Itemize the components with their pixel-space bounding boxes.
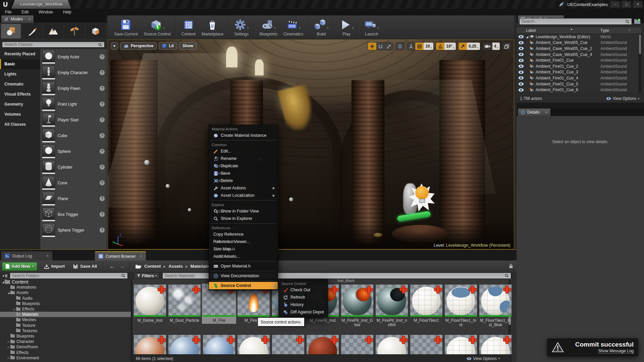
placeable-empty-actor[interactable]: Empty Actor? [40, 49, 107, 65]
placeable-cube[interactable]: Cube? [40, 128, 107, 143]
outliner-search-input[interactable]: Search... [519, 18, 632, 25]
menu-item-view-documentation[interactable]: ?View Documentation [209, 272, 278, 280]
chevron-down-icon[interactable]: ▾ [247, 26, 249, 31]
asset-tile-row2[interactable] [409, 334, 443, 354]
asset-tile-row2[interactable] [133, 334, 167, 354]
outliner-row-leveldesign-workflow-editor[interactable]: ◢Leveldesign_Workflow (Editor)World [517, 34, 638, 40]
level-tab[interactable]: Leveldesign_Workflow [11, 0, 71, 9]
lit-button[interactable]: Lit [159, 42, 177, 50]
collapse-sources-icon[interactable] [2, 274, 8, 278]
eye-icon[interactable] [518, 76, 524, 80]
close-icon[interactable]: ✕ [46, 254, 49, 258]
placeable-empty-pawn[interactable]: Empty Pawn? [40, 80, 107, 96]
help-icon[interactable]: ? [100, 228, 105, 233]
back-button[interactable]: ← [107, 263, 117, 269]
category-cinematic[interactable]: Cinematic [0, 79, 40, 89]
menu-item-source-control[interactable]: Source Control▶ [209, 282, 278, 289]
chevron-down-icon[interactable]: ▾ [163, 26, 164, 31]
chevron-down-icon[interactable]: ▾ [274, 26, 276, 31]
asset-tile-m-dust-particle[interactable]: M_Dust_Particle [167, 284, 202, 324]
category-geometry[interactable]: Geometry [0, 99, 40, 109]
menu-item-create-material-instance[interactable]: Create Material Instance [209, 132, 278, 139]
category-visual-effects[interactable]: Visual Effects [0, 89, 40, 99]
breadcrumb-content[interactable]: Content [144, 264, 161, 269]
close-button[interactable]: ✕ [634, 2, 642, 7]
asset-tile-row2[interactable] [167, 334, 202, 354]
search-classes-input[interactable]: Search Classes [2, 42, 105, 48]
mode-place-button[interactable] [1, 23, 21, 39]
asset-tile-row2[interactable] [375, 334, 409, 354]
help-icon[interactable]: ? [100, 70, 105, 75]
outliner-row-ambient-fire01-cue-5[interactable]: ◢Ambient_Fire01_Cue_5AmbientSound [517, 81, 638, 87]
tab-output-log[interactable]: Output Log ✕ [1, 251, 52, 260]
category-volumes[interactable]: Volumes [0, 109, 40, 119]
perspective-button[interactable]: Perspective [120, 42, 157, 50]
grid-snap-value[interactable]: 10▾ [424, 43, 433, 50]
tree-caret-icon[interactable]: ◢ [7, 291, 10, 294]
folder-assets[interactable]: ◢Assets [0, 290, 131, 295]
folder-blueprints[interactable]: Blueprints [0, 301, 131, 306]
folder-audio[interactable]: Audio [0, 296, 131, 301]
asset-tile-m-floortiles1-inst[interactable]: M_FloorTiles1_Inst [444, 284, 478, 328]
minimize-button[interactable]: ─ [611, 2, 619, 7]
toolbar-content-button[interactable]: Content [178, 18, 199, 37]
category-all-classes[interactable]: All Classes [0, 119, 40, 129]
help-icon[interactable]: ? [100, 102, 105, 107]
tree-caret-icon[interactable]: ▷ [7, 340, 10, 343]
placeable-point-light[interactable]: Point Light? [40, 96, 107, 112]
outliner-row-ambient-fire01-cue[interactable]: ◢Ambient_Fire01_CueAmbientSound [517, 57, 638, 63]
toolbar-cinematics-button[interactable]: ▾Cinematics [280, 18, 306, 37]
chevron-down-icon[interactable]: ▾ [327, 26, 328, 31]
eye-icon[interactable] [518, 88, 524, 92]
outliner-row-ambient-cave-wind05-cue[interactable]: ◢Ambient_Cave_Wind05_CueAmbientSound [517, 40, 638, 46]
placeable-plane[interactable]: Plane? [40, 191, 107, 206]
menu-item-audit-assets[interactable]: Audit Assets...Alt+Shift+A [209, 253, 278, 260]
save-all-button[interactable]: Save All [69, 262, 101, 271]
outliner-row-ambient-fire01-cue-4[interactable]: ◢Ambient_Fire01_Cue_4AmbientSound [517, 75, 638, 81]
asset-tile-row2[interactable] [444, 334, 478, 354]
eye-icon[interactable] [518, 35, 524, 39]
placeable-empty-character[interactable]: Empty Character? [40, 65, 107, 80]
show-button[interactable]: Show [179, 42, 197, 50]
help-icon[interactable]: ? [100, 196, 105, 201]
folder-meshes[interactable]: Meshes [0, 317, 131, 322]
rotation-snap-value[interactable]: 10°▾ [444, 43, 456, 50]
import-button[interactable]: Import [40, 262, 69, 271]
lock-icon[interactable] [509, 263, 513, 268]
grid-snap-toggle[interactable] [415, 43, 424, 50]
placeable-cylinder[interactable]: Cylinder? [40, 159, 107, 175]
camera-speed-value[interactable]: 4▾ [492, 43, 500, 50]
scale-snap-value[interactable]: 0,25▾ [467, 43, 480, 50]
placeable-sphere[interactable]: Sphere? [40, 143, 107, 159]
placeable-sphere-trigger[interactable]: Sphere Trigger? [40, 222, 107, 238]
eye-icon[interactable] [518, 47, 524, 50]
menu-item-open-material-h[interactable]: C++Open Material.h [209, 262, 278, 270]
asset-tile-row2[interactable] [236, 334, 271, 354]
tree-caret-icon[interactable]: ◢ [1, 281, 5, 284]
menu-window[interactable]: Window [34, 9, 58, 15]
chevron-down-icon[interactable]: ▾ [352, 26, 354, 31]
folder-content[interactable]: ◢Content [0, 279, 131, 285]
camera-speed-button[interactable] [483, 43, 492, 50]
menu-item-reference-viewer[interactable]: Reference Viewer...Alt+Shift+R [209, 238, 278, 245]
menu-item-show-in-explorer[interactable]: Show in Explorer [209, 215, 278, 222]
breadcrumb-materials[interactable]: Materials [191, 264, 209, 269]
menu-item-asset-actions[interactable]: Asset Actions▶ [209, 184, 278, 192]
outliner-row-ambient-cave-wind05-cue-4[interactable]: ◢Ambient_Cave_Wind05_Cue_4AmbientSound [517, 52, 638, 58]
help-icon[interactable]: ? [100, 117, 105, 122]
toolbar-settings-button[interactable]: ▾Settings [231, 18, 252, 37]
asset-tile-m-firepit-inst-nofire[interactable]: M_FirePit_Inst_nofire [375, 284, 409, 328]
outliner-view-options-button[interactable]: View Options▾ [606, 96, 640, 101]
help-icon[interactable]: ? [100, 180, 105, 185]
mode-geometry-button[interactable] [85, 23, 106, 39]
close-icon[interactable]: ✕ [140, 254, 143, 258]
help-icon[interactable]: ? [100, 165, 105, 170]
eye-icon[interactable] [518, 59, 524, 62]
outliner-row-ambient-fire01-cue-2[interactable]: ◢Ambient_Fire01_Cue_2AmbientSound [517, 63, 638, 69]
help-icon[interactable]: ? [100, 212, 105, 217]
menu-help[interactable]: Help [58, 9, 76, 15]
folder-blueprints[interactable]: Blueprints [0, 334, 131, 339]
toolbar-marketplace-button[interactable]: Marketplace [199, 18, 226, 37]
outliner-row-ambient-fire01-cue-6[interactable]: ◢Ambient_Fire01_Cue_6AmbientSound [517, 87, 638, 93]
maximize-viewport-button[interactable] [502, 43, 511, 50]
